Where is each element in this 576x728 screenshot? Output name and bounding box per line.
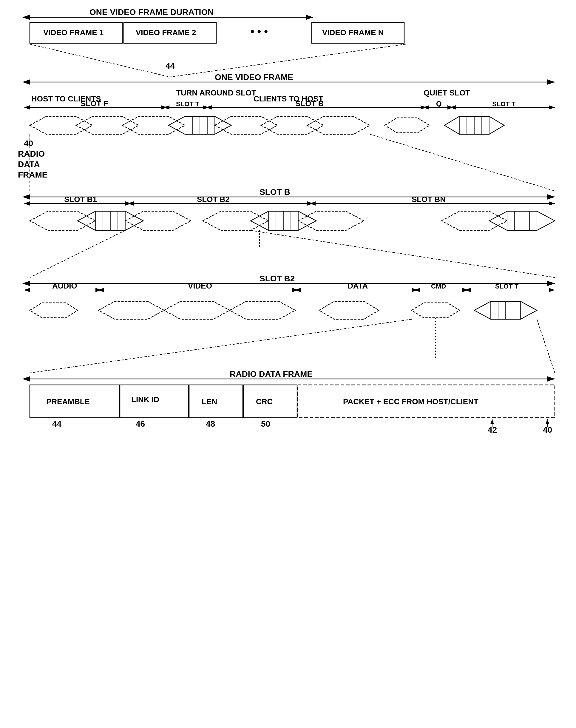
svg-line-58 xyxy=(370,134,555,191)
svg-text:44: 44 xyxy=(166,61,175,71)
svg-text:•  •  •: • • • xyxy=(251,25,268,37)
svg-text:SLOT B2: SLOT B2 xyxy=(197,195,230,204)
svg-text:CRC: CRC xyxy=(256,397,273,406)
svg-marker-34 xyxy=(30,116,92,134)
svg-text:SLOT T: SLOT T xyxy=(492,100,516,108)
svg-text:QUIET SLOT: QUIET SLOT xyxy=(424,88,470,97)
svg-line-16 xyxy=(30,44,170,77)
svg-text:CMD: CMD xyxy=(431,283,446,290)
svg-text:40: 40 xyxy=(543,425,552,435)
main-diagram: ONE VIDEO FRAME DURATION VIDEO FRAME 1 V… xyxy=(0,0,576,728)
svg-marker-110 xyxy=(412,303,459,318)
svg-text:DATA: DATA xyxy=(18,160,40,169)
svg-text:RADIO DATA FRAME: RADIO DATA FRAME xyxy=(230,369,313,379)
svg-line-117 xyxy=(30,319,412,373)
svg-marker-83 xyxy=(441,211,507,230)
svg-line-90 xyxy=(30,230,125,278)
svg-marker-107 xyxy=(164,301,230,319)
svg-text:SLOT B1: SLOT B1 xyxy=(64,195,97,204)
svg-line-118 xyxy=(537,319,555,373)
svg-marker-36 xyxy=(122,116,185,134)
svg-text:SLOT BN: SLOT BN xyxy=(412,195,445,204)
svg-text:SLOT B2: SLOT B2 xyxy=(260,274,295,283)
svg-marker-105 xyxy=(30,303,78,318)
svg-marker-35 xyxy=(76,116,139,134)
svg-text:SLOT F: SLOT F xyxy=(81,99,108,108)
svg-text:46: 46 xyxy=(136,419,145,428)
svg-text:PREAMBLE: PREAMBLE xyxy=(46,397,90,406)
svg-text:DATA: DATA xyxy=(347,281,368,290)
svg-marker-43 xyxy=(215,116,278,134)
svg-marker-75 xyxy=(203,211,268,230)
svg-text:ONE VIDEO FRAME: ONE VIDEO FRAME xyxy=(215,73,293,82)
svg-text:VIDEO FRAME 2: VIDEO FRAME 2 xyxy=(136,28,196,37)
svg-marker-67 xyxy=(30,211,95,230)
svg-marker-109 xyxy=(319,301,379,319)
svg-text:40: 40 xyxy=(24,139,33,148)
svg-text:SLOT T: SLOT T xyxy=(495,283,519,290)
svg-text:TURN AROUND SLOT: TURN AROUND SLOT xyxy=(176,88,256,97)
svg-marker-108 xyxy=(230,301,295,319)
svg-text:LEN: LEN xyxy=(202,397,217,406)
svg-text:48: 48 xyxy=(206,419,215,428)
svg-marker-45 xyxy=(307,116,370,134)
svg-marker-44 xyxy=(261,116,324,134)
svg-marker-74 xyxy=(125,211,191,230)
svg-text:44: 44 xyxy=(52,419,62,428)
svg-text:ONE VIDEO FRAME DURATION: ONE VIDEO FRAME DURATION xyxy=(89,7,213,17)
svg-text:VIDEO: VIDEO xyxy=(188,281,212,290)
svg-line-91 xyxy=(251,230,555,278)
svg-line-17 xyxy=(170,44,406,77)
svg-marker-106 xyxy=(98,301,164,319)
svg-text:VIDEO FRAME 1: VIDEO FRAME 1 xyxy=(43,28,104,37)
svg-text:VIDEO FRAME N: VIDEO FRAME N xyxy=(322,28,384,37)
svg-text:SLOT T: SLOT T xyxy=(176,100,200,108)
svg-text:RADIO: RADIO xyxy=(18,149,45,159)
svg-text:Q: Q xyxy=(436,100,442,108)
svg-text:SLOT B: SLOT B xyxy=(260,187,290,197)
svg-text:FRAME: FRAME xyxy=(18,170,48,179)
svg-text:PACKET + ECC FROM HOST/CLIENT: PACKET + ECC FROM HOST/CLIENT xyxy=(343,397,479,406)
svg-text:42: 42 xyxy=(488,425,497,435)
svg-text:LINK ID: LINK ID xyxy=(131,395,159,404)
svg-marker-82 xyxy=(298,211,364,230)
svg-text:SLOT B: SLOT B xyxy=(295,99,324,108)
svg-marker-46 xyxy=(385,118,430,133)
svg-text:50: 50 xyxy=(261,419,270,428)
svg-text:AUDIO: AUDIO xyxy=(52,281,77,290)
